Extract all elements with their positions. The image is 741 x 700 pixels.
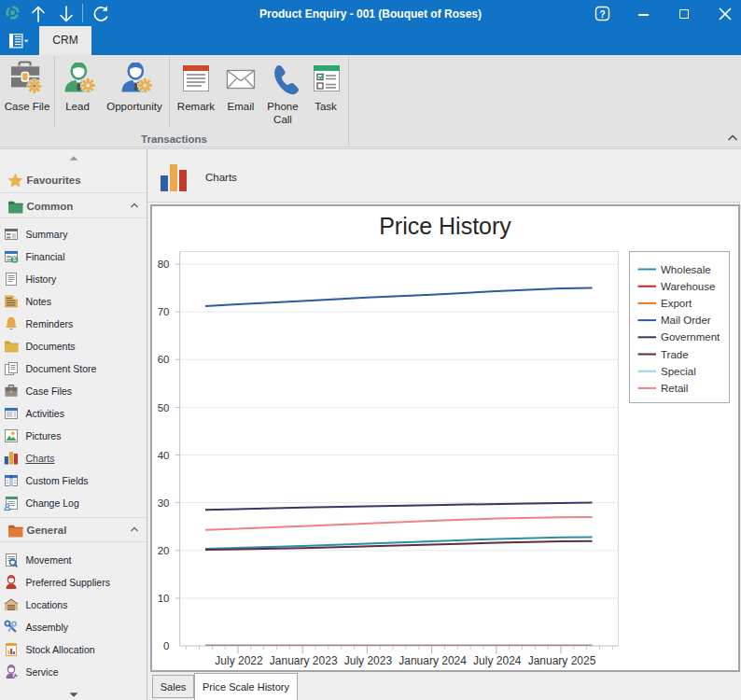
svg-text:Special: Special	[661, 366, 696, 377]
svg-text:January 2024: January 2024	[398, 654, 467, 667]
svg-text:0: 0	[163, 640, 169, 651]
svg-text:10: 10	[158, 593, 170, 604]
svg-text:July 2022: July 2022	[215, 654, 263, 667]
svg-text:Trade: Trade	[661, 349, 689, 360]
svg-text:$: $	[13, 256, 17, 262]
svg-text:Warehouse: Warehouse	[661, 281, 715, 292]
svg-text:?: ?	[599, 9, 605, 20]
svg-text:80: 80	[158, 259, 170, 270]
svg-text:Government: Government	[661, 331, 720, 343]
svg-text:50: 50	[158, 402, 170, 413]
svg-text:60: 60	[158, 354, 170, 365]
svg-text:January 2023: January 2023	[270, 654, 338, 667]
svg-text:Price History: Price History	[379, 213, 511, 239]
svg-text:40: 40	[158, 450, 170, 461]
svg-text:Wholesale: Wholesale	[661, 264, 711, 275]
svg-text:30: 30	[158, 497, 170, 509]
svg-text:Retail: Retail	[661, 383, 688, 394]
svg-text:Export: Export	[661, 298, 692, 309]
svg-text:Mail Order: Mail Order	[661, 315, 711, 326]
svg-text:July 2024: July 2024	[473, 654, 522, 667]
svg-text:20: 20	[158, 545, 170, 556]
svg-text:70: 70	[158, 306, 170, 317]
svg-text:July 2023: July 2023	[344, 654, 393, 667]
svg-text:January 2025: January 2025	[528, 654, 596, 667]
